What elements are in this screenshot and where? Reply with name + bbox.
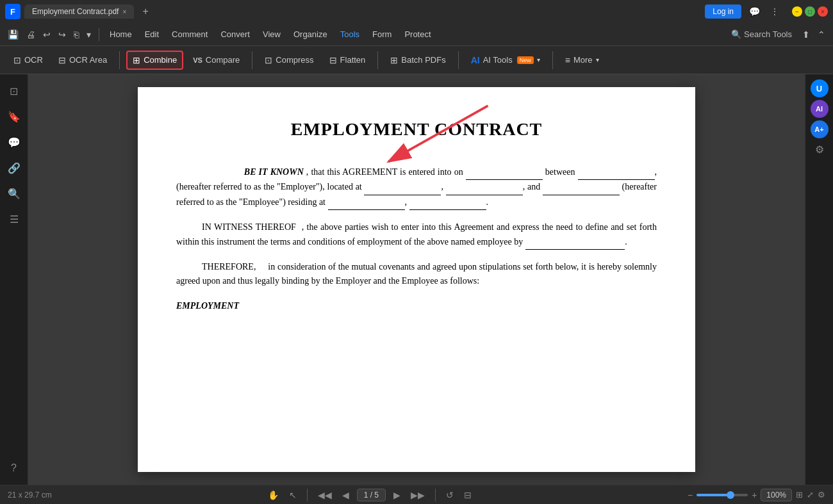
settings-btn[interactable]: ⚙ <box>818 490 825 500</box>
menu-home[interactable]: Home <box>104 27 137 42</box>
avatar[interactable]: U <box>811 79 829 97</box>
compress-btn[interactable]: ⊡ Compress <box>259 51 319 69</box>
combine-label: Combine <box>144 55 177 65</box>
menu-view[interactable]: View <box>258 27 286 42</box>
tab-label: Employment Contract.pdf <box>32 7 119 16</box>
flatten-btn[interactable]: ⊟ Flatten <box>324 51 372 69</box>
ocr-area-icon: ⊟ <box>58 55 66 65</box>
toolbar-sep-2 <box>252 51 252 69</box>
menu-form[interactable]: Form <box>367 27 397 42</box>
toolbar-sep-1 <box>119 51 120 69</box>
sidebar-icon-bookmarks[interactable]: 🔖 <box>3 105 26 128</box>
pdf-scroll[interactable]: EMPLOYMENT CONTRACT BE IT KNOWN , that t… <box>28 74 805 485</box>
share-icon[interactable]: ⎗ <box>71 27 81 42</box>
combine-icon: ⊞ <box>133 55 140 65</box>
fit-width-btn[interactable]: ⊞ <box>796 490 803 500</box>
page-indicator[interactable]: 1 / 5 <box>357 489 386 501</box>
menu-organize[interactable]: Organize <box>288 27 333 42</box>
toolbar: ⊡ OCR ⊟ OCR Area ⊞ Combine VS Compare ⊡ … <box>0 46 833 74</box>
pdf-paragraph-3: THEREFORE, in consideration of the mutua… <box>176 260 657 289</box>
sidebar-icon-comments[interactable]: 💬 <box>3 131 26 154</box>
login-button[interactable]: Log in <box>705 4 741 19</box>
ocr-area-btn[interactable]: ⊟ OCR Area <box>53 51 113 69</box>
dropdown-icon[interactable]: ▾ <box>84 27 94 42</box>
rotate-btn[interactable]: ↺ <box>443 489 456 501</box>
print-icon[interactable]: 🖨 <box>24 27 38 42</box>
right-sidebar: U AI A+ ⚙ <box>805 74 833 485</box>
prev-page-btn[interactable]: ◀ <box>340 489 352 501</box>
menu-edit[interactable]: Edit <box>140 27 164 42</box>
app-tab[interactable]: Employment Contract.pdf × <box>24 4 134 19</box>
undo-icon[interactable]: ↩ <box>40 27 53 42</box>
zoom-percentage[interactable]: 100% <box>761 489 792 501</box>
fullscreen-btn[interactable]: ⤢ <box>807 490 814 500</box>
adjust-icon[interactable]: ⚙ <box>812 141 827 158</box>
collapse-icon[interactable]: ⌃ <box>815 27 828 42</box>
more-label: More <box>573 55 593 65</box>
sidebar-icon-help[interactable]: ? <box>3 457 26 480</box>
more-btn[interactable]: ≡ More ▾ <box>559 51 605 69</box>
sidebar-icon-links[interactable]: 🔗 <box>3 156 26 179</box>
upload-icon[interactable]: ⬆ <box>800 27 812 42</box>
save-icon[interactable]: 💾 <box>5 27 21 42</box>
blank-employer-name <box>525 235 625 250</box>
redo-icon[interactable]: ↪ <box>56 27 69 42</box>
zoom-slider-thumb[interactable] <box>727 491 734 499</box>
minimize-btn[interactable]: − <box>792 6 802 17</box>
pdf-section-employment: EMPLOYMENT <box>176 299 657 313</box>
menu-comment[interactable]: Comment <box>167 27 213 42</box>
more-menu-icon[interactable]: ⋮ <box>768 5 782 18</box>
left-sidebar: ⊡ 🔖 💬 🔗 🔍 ☰ ? <box>0 74 28 485</box>
ai-assistant-btn[interactable]: AI <box>811 100 829 118</box>
zoom-out-btn[interactable]: − <box>688 490 693 500</box>
batch-pdfs-icon: ⊞ <box>390 55 398 65</box>
combine-btn[interactable]: ⊞ Combine <box>126 51 183 70</box>
add-tab-btn[interactable]: + <box>138 4 153 19</box>
next-page-btn[interactable]: ▶ <box>391 489 403 501</box>
menu-convert[interactable]: Convert <box>215 27 255 42</box>
flatten-icon: ⊟ <box>329 55 337 65</box>
menu-tools[interactable]: Tools <box>335 27 365 42</box>
pdf-body: BE IT KNOWN , that this AGREEMENT is ent… <box>176 165 657 313</box>
split-btn[interactable]: ⊟ <box>461 489 474 501</box>
more-icon: ≡ <box>565 55 570 65</box>
blank-party1 <box>578 165 655 180</box>
first-page-btn[interactable]: ◀◀ <box>315 489 334 501</box>
toolbar-sep-5 <box>552 51 553 69</box>
ocr-icon: ⊡ <box>13 55 21 65</box>
sidebar-icon-pages[interactable]: ⊡ <box>3 79 26 102</box>
translate-btn[interactable]: A+ <box>811 120 829 138</box>
sidebar-icon-layers[interactable]: ☰ <box>3 207 26 231</box>
batch-pdfs-btn[interactable]: ⊞ Batch PDFs <box>384 51 451 69</box>
status-divider-2 <box>435 489 436 501</box>
zoom-in-btn[interactable]: + <box>752 490 757 500</box>
menu-protect[interactable]: Protect <box>399 27 436 42</box>
search-tools-label: Search Tools <box>744 29 792 39</box>
search-tools-icon: 🔍 <box>731 29 741 39</box>
close-btn[interactable]: × <box>818 6 828 17</box>
tab-close-btn[interactable]: × <box>122 8 126 15</box>
pdf-paragraph-1: BE IT KNOWN , that this AGREEMENT is ent… <box>176 165 657 210</box>
last-page-btn[interactable]: ▶▶ <box>408 489 427 501</box>
new-badge: New <box>517 56 534 64</box>
app-logo[interactable]: F <box>5 4 21 19</box>
compare-btn[interactable]: VS Compare <box>187 51 245 69</box>
hand-tool-btn[interactable]: ✋ <box>265 489 281 501</box>
select-tool-btn[interactable]: ↖ <box>286 489 299 501</box>
menu-bar: 💾 🖨 ↩ ↪ ⎗ ▾ Home Edit Comment Convert Vi… <box>0 23 833 46</box>
toolbar-sep-4 <box>458 51 459 69</box>
search-tools-btn[interactable]: 🔍 Search Tools <box>726 27 797 42</box>
compare-label: Compare <box>206 55 240 65</box>
ai-tools-btn[interactable]: AI AI Tools New ▾ <box>465 51 546 69</box>
sidebar-icon-search[interactable]: 🔍 <box>3 182 26 205</box>
ocr-btn[interactable]: ⊡ OCR <box>8 51 49 69</box>
maximize-btn[interactable]: □ <box>805 6 815 17</box>
more-dropdown-icon: ▾ <box>596 56 599 63</box>
blank-date <box>466 165 543 180</box>
message-icon[interactable]: 💬 <box>746 5 763 18</box>
zoom-slider[interactable] <box>697 494 748 496</box>
compress-label: Compress <box>276 55 313 65</box>
zoom-controls: − + 100% ⊞ ⤢ ⚙ <box>688 489 825 501</box>
flatten-label: Flatten <box>340 55 366 65</box>
title-bar: F Employment Contract.pdf × + Log in 💬 ⋮… <box>0 0 833 23</box>
